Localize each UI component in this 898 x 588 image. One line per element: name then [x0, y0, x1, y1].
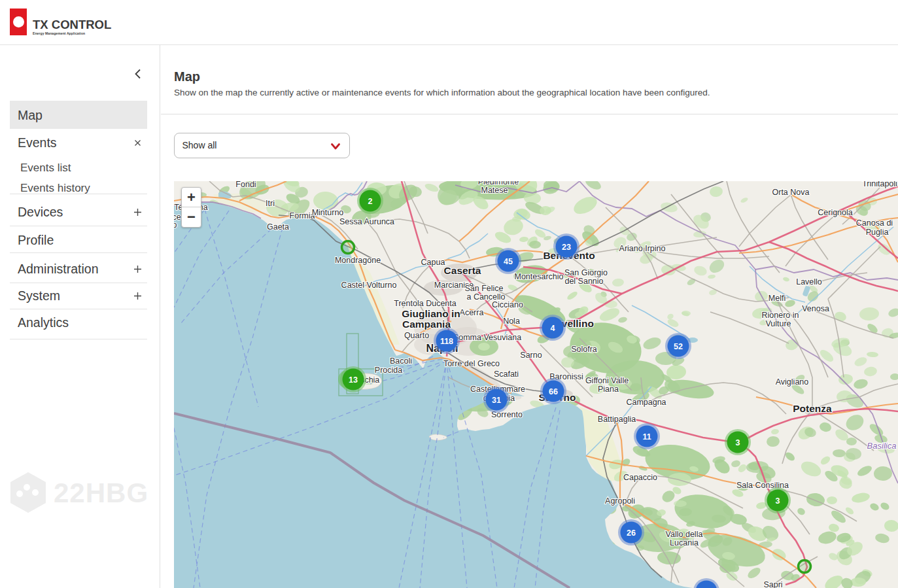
svg-text:Gaeta: Gaeta	[267, 222, 289, 232]
svg-text:Orta Nova: Orta Nova	[772, 188, 810, 197]
svg-text:26: 26	[627, 528, 636, 538]
svg-text:Campania: Campania	[402, 319, 451, 330]
svg-text:Formia: Formia	[290, 211, 315, 220]
svg-text:Lucania: Lucania	[670, 538, 699, 547]
svg-text:Lavello: Lavello	[796, 277, 822, 286]
svg-text:Nola: Nola	[503, 317, 520, 326]
svg-text:Potenza: Potenza	[793, 403, 832, 414]
svg-text:Trinitapoli: Trinitapoli	[862, 181, 897, 188]
svg-text:3: 3	[776, 496, 780, 506]
svg-text:Venosa: Venosa	[802, 304, 829, 313]
svg-text:Vallo della: Vallo della	[666, 530, 703, 539]
svg-text:31: 31	[492, 396, 501, 405]
svg-text:Itri: Itri	[266, 199, 275, 208]
svg-text:Quarto: Quarto	[404, 331, 429, 340]
svg-text:San Giorgio: San Giorgio	[564, 268, 608, 277]
svg-text:Puglia: Puglia	[866, 228, 889, 237]
svg-text:45: 45	[504, 257, 513, 266]
svg-text:Canosa di: Canosa di	[856, 218, 893, 228]
svg-text:Rionero in: Rionero in	[762, 311, 799, 320]
svg-text:3: 3	[736, 438, 740, 447]
svg-text:Giffoni Valle: Giffoni Valle	[585, 376, 629, 385]
svg-text:Castel Volturno: Castel Volturno	[341, 281, 397, 290]
svg-text:Mondragone: Mondragone	[335, 256, 381, 265]
svg-text:11: 11	[642, 432, 651, 441]
svg-text:Vulture: Vulture	[765, 319, 791, 328]
svg-text:Minturno: Minturno	[312, 208, 344, 217]
svg-text:o: o	[174, 220, 177, 230]
svg-text:13: 13	[349, 375, 358, 385]
svg-text:Capaccio: Capaccio	[623, 473, 657, 482]
svg-text:Campagna: Campagna	[626, 398, 666, 407]
svg-text:Sarno: Sarno	[520, 351, 542, 360]
svg-text:Capua: Capua	[421, 258, 445, 267]
svg-text:Sapri: Sapri	[763, 580, 782, 588]
svg-text:Torre del Greco: Torre del Greco	[443, 359, 500, 368]
svg-text:Caserta: Caserta	[444, 265, 481, 276]
svg-text:del Sannio: del Sannio	[564, 277, 603, 286]
svg-text:Sessa Aurunca: Sessa Aurunca	[339, 217, 394, 226]
svg-text:2: 2	[368, 197, 373, 206]
svg-text:Battipaglia: Battipaglia	[598, 415, 636, 424]
svg-text:Piana: Piana	[598, 385, 619, 394]
svg-text:Scafati: Scafati	[494, 370, 519, 379]
svg-text:52: 52	[674, 342, 683, 351]
svg-text:Avigliano: Avigliano	[776, 377, 809, 387]
svg-text:4: 4	[551, 324, 555, 333]
svg-text:66: 66	[549, 387, 558, 396]
svg-text:Acerra: Acerra	[460, 308, 484, 317]
svg-text:Agropoli: Agropoli	[605, 496, 635, 506]
svg-text:Cicciano: Cicciano	[492, 300, 523, 309]
svg-text:Somma Vesuviana: Somma Vesuviana	[453, 333, 521, 342]
svg-text:Montesarchio: Montesarchio	[514, 272, 563, 281]
svg-text:Matese: Matese	[481, 186, 508, 195]
svg-text:Ariano Irpino: Ariano Irpino	[619, 244, 666, 253]
svg-text:23: 23	[562, 243, 571, 252]
svg-text:Fondi: Fondi	[235, 181, 256, 189]
svg-text:Procida: Procida	[375, 366, 402, 375]
svg-text:Bacoli: Bacoli	[390, 356, 412, 366]
svg-text:Basilica: Basilica	[867, 441, 897, 451]
svg-text:118: 118	[440, 337, 453, 346]
svg-text:San Felice: San Felice	[464, 284, 503, 293]
svg-text:Solofra: Solofra	[571, 345, 597, 354]
svg-text:Giugliano in: Giugliano in	[402, 308, 460, 319]
svg-text:Cerignola: Cerignola	[818, 208, 853, 217]
svg-text:Trentola Ducenta: Trentola Ducenta	[394, 299, 456, 308]
svg-text:Melfi: Melfi	[768, 294, 786, 303]
